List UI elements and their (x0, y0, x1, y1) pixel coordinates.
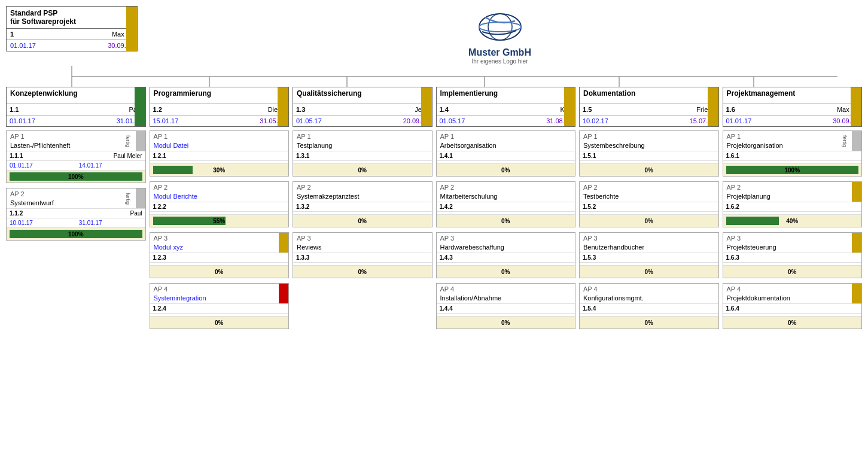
column-qualitaetssicherung: Qualitätssicherung 1.3 Jens 01.05.17 20.… (293, 87, 433, 330)
ap-1-5-3-person (649, 253, 718, 262)
ap-1-5-4-progress-label: 0% (583, 320, 715, 326)
logo-area: Muster GmbH Ihr eigenes Logo hier (138, 6, 862, 65)
ap-1-1-1-dates: 01.01.17 14.01.17 (7, 160, 145, 170)
root-id: 1 (7, 29, 72, 39)
ap-1-2-2: AP 2 Modul Berichte 1.2.2 55% (150, 181, 290, 227)
ap-1-6-3-number: 1.6.3 (723, 253, 793, 262)
ap-1-3-1-progress-label: 0% (296, 167, 429, 174)
ap-1-6-1: AP 1 Projektorganisation fertig 1.6.1 (723, 130, 863, 177)
svg-point-2 (479, 22, 521, 32)
ap-1-5-2-title: Testberichte (580, 193, 718, 202)
phase-konzeptenwicklung: Konzeptenwicklung 1.1 Paul 01.01.17 31.0… (6, 87, 146, 127)
ap-1-4-4-number: 1.4.4 (437, 304, 506, 313)
ap-1-4-3-number: 1.4.3 (437, 253, 506, 262)
root-date-start: 01.01.17 (7, 40, 72, 51)
ap-1-5-3-progress-row: 0% (580, 265, 718, 278)
ap-1-1-1-start: 01.01.17 (7, 161, 76, 170)
ap-1-4-3-title: Hardwarebeschaffung (437, 244, 575, 253)
ap-1-5-2-detail: 1.5.2 (580, 202, 718, 211)
company-logo (473, 9, 527, 45)
phase-title-projektmanagement: Projektmanagement (723, 87, 862, 104)
ap-1-6-3-detail: 1.6.3 (723, 253, 862, 262)
ap-1-4-4: AP 4 Installation/Abnahme 1.4.4 0% (436, 283, 576, 329)
ap-1-4-2: AP 2 Mitarbeiterschulung 1.4.2 0% (436, 181, 576, 227)
ap-1-2-4-progress-label: 0% (153, 320, 286, 326)
column-projektmanagement: Projektmanagement 1.6 Max M. 01.01.17 30… (723, 87, 863, 330)
phase-dates-implementierung: 01.05.17 31.08.17 (437, 115, 575, 126)
ap-1-2-1: AP 1 Modul Datei 1.2.1 30% (150, 130, 290, 177)
ap-1-2-3: AP 3 Modul xyz 1.2.3 0% (150, 232, 290, 278)
ap-1-5-2-number: 1.5.2 (580, 202, 649, 211)
ap-1-3-2-header: AP 2 (293, 182, 432, 193)
ap-1-2-1-detail: 1.2.1 (150, 151, 289, 160)
ap-1-6-4-header: AP 4 (723, 284, 862, 294)
ap-1-1-2-progress-label: 100% (10, 231, 142, 238)
ap-1-5-4-person (649, 304, 718, 313)
ap-1-6-1-progress-bg: 100% (726, 166, 859, 174)
ap-1-4-3-progress-bg: 0% (440, 267, 572, 276)
ap-1-1-2-person: Paul (76, 209, 145, 218)
ap-1-2-4-detail: 1.2.4 (150, 303, 289, 313)
ap-1-5-4-progress-bg: 0% (583, 318, 715, 327)
ap-1-1-1-number: 1.1.1 (7, 151, 76, 160)
ap-1-2-4-person (219, 304, 288, 313)
phase-qualitaetssicherung: Qualitätssicherung 1.3 Jens 01.05.17 20.… (293, 87, 433, 127)
ap-1-6-3-header: AP 3 (723, 233, 862, 244)
ap-1-6-2-detail: 1.6.2 (723, 202, 862, 211)
ap-1-2-3-title: Modul xyz (150, 244, 289, 253)
phase-id-row-konzeptenwicklung: 1.1 Paul (7, 104, 145, 115)
ap-1-3-3-title: Reviews (293, 244, 432, 253)
ap-1-3-1-progress-bg: 0% (296, 166, 429, 174)
phase-number-implementierung: 1.4 (437, 104, 506, 115)
ap-1-6-1-accent (852, 131, 861, 151)
ap-1-5-3-progress-label: 0% (583, 269, 715, 275)
ap-1-6-2-accent (852, 182, 861, 202)
phase-number-programmierung: 1.2 (150, 104, 220, 115)
ap-1-6-2-number: 1.6.2 (723, 202, 793, 211)
ap-1-3-1-header: AP 1 (293, 131, 432, 142)
ap-1-3-3-detail: 1.3.3 (293, 253, 432, 262)
ap-1-1-1-person: Paul Meier (76, 151, 145, 160)
phase-dates-qualitaetssicherung: 01.05.17 20.09.17 (293, 115, 432, 126)
ap-1-3-2-progress-row: 0% (293, 214, 432, 227)
ap-1-1-1-end: 14.01.17 (76, 161, 145, 170)
ap-1-4-1-header: AP 1 (437, 131, 575, 142)
ap-1-5-3-title: Benutzerhandbücher (580, 244, 718, 253)
ap-1-1-2-end: 31.01.17 (76, 218, 145, 227)
phase-title-implementierung: Implementierung (437, 87, 575, 104)
phase-id-row-programmierung: 1.2 Dieter (150, 104, 289, 115)
ap-1-4-1-progress-row: 0% (437, 163, 575, 176)
ap-1-1-1-detail: 1.1.1 Paul Meier (7, 151, 145, 160)
ap-1-1-2: AP 2 Systementwurf fertig 1.1.2 Paul 10.… (6, 188, 146, 241)
ap-1-4-2-title: Mitarbeiterschulung (437, 193, 575, 202)
company-name: Muster GmbH (468, 47, 531, 58)
phase-accent-implementierung (564, 87, 575, 126)
phase-accent-programmierung (278, 87, 288, 126)
ap-1-1-2-start: 10.01.17 (7, 218, 76, 227)
ap-1-6-4-progress-bg: 0% (726, 318, 859, 327)
phase-accent-qualitaetssicherung (421, 87, 432, 126)
root-dates-row: 01.01.17 30.09.17 (7, 40, 137, 51)
ap-1-2-4-number: 1.2.4 (150, 304, 220, 313)
phase-dates-konzeptenwicklung: 01.01.17 31.01.17 (7, 115, 145, 126)
ap-1-1-2-number: 1.1.2 (7, 209, 76, 218)
phase-accent-konzeptenwicklung (135, 87, 145, 126)
ap-1-6-1-detail: 1.6.1 (723, 151, 862, 160)
ap-1-2-1-progress-label: 30% (153, 167, 286, 174)
ap-1-2-3-accent (279, 233, 288, 253)
ap-1-6-1-progress-label: 100% (726, 167, 859, 174)
phase-start-programmierung: 15.01.17 (150, 115, 220, 126)
ap-1-3-3: AP 3 Reviews 1.3.3 0% (293, 232, 433, 278)
ap-1-1-2-title: Systementwurf (7, 199, 145, 208)
phase-dates-dokumentation: 10.02.17 15.07.17 (580, 115, 718, 126)
ap-1-1-1-accent (136, 131, 145, 151)
ap-1-2-4-title: Systemintegration (150, 294, 289, 303)
ap-1-2-2-number: 1.2.2 (150, 202, 220, 211)
ap-1-5-4-number: 1.5.4 (580, 304, 649, 313)
phase-title-dokumentation: Dokumentation (580, 87, 718, 104)
ap-1-4-2-progress-bg: 0% (440, 217, 572, 225)
ap-1-2-3-number: 1.2.3 (150, 253, 220, 262)
ap-1-4-2-progress-row: 0% (437, 214, 575, 227)
tree-connector (6, 66, 861, 87)
ap-1-5-4: AP 4 Konfigurationsmgmt. 1.5.4 0% (579, 283, 719, 329)
